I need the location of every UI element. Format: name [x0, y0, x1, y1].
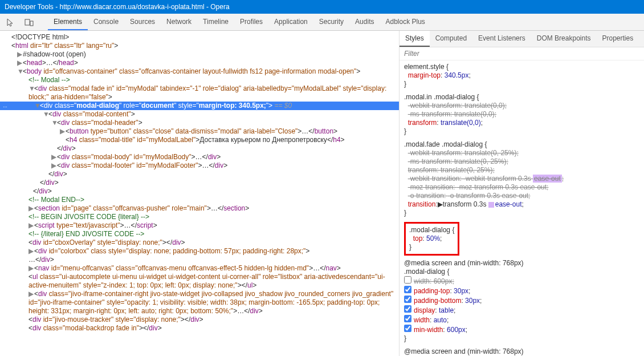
- tab-application[interactable]: Application: [268, 14, 313, 30]
- expand-icon[interactable]: ▶: [51, 161, 57, 170]
- head-tag[interactable]: head: [27, 59, 42, 67]
- tab-elements[interactable]: Elements: [48, 14, 88, 30]
- styles-filter-input[interactable]: [400, 47, 644, 60]
- collapse-icon[interactable]: ▼: [28, 84, 34, 93]
- modal-header-attrs[interactable]: class="modal-header": [72, 119, 138, 127]
- expand-icon[interactable]: ▶: [17, 59, 23, 67]
- property-toggle[interactable]: [404, 286, 411, 293]
- tab-profiles[interactable]: Profiles: [234, 14, 268, 30]
- modal-content-attrs[interactable]: class="modal-content": [63, 110, 131, 118]
- svg-rect-1: [30, 21, 33, 26]
- html-tag[interactable]: html: [15, 42, 28, 50]
- subtab-event-listeners[interactable]: Event Listeners: [472, 31, 531, 47]
- expand-icon[interactable]: ▶: [60, 127, 66, 136]
- comment: <!-- {/literal} END JIVOSITE CODE -->: [28, 230, 144, 238]
- expand-icon[interactable]: ▶: [28, 247, 34, 256]
- tab-console[interactable]: Console: [88, 14, 124, 30]
- subtab-dom-breakpoints[interactable]: DOM Breakpoints: [531, 31, 597, 47]
- expand-icon[interactable]: ▶: [28, 204, 34, 213]
- tab-security[interactable]: Security: [313, 14, 349, 30]
- cbox-attrs[interactable]: id="cboxOverlay" style="display: none;": [43, 238, 162, 246]
- backdrop-attrs[interactable]: class="modal-backdrop fade in": [43, 324, 139, 332]
- devtools-toolbar: Elements Console Sources Network Timelin…: [0, 14, 644, 31]
- expand-icon[interactable]: ▶: [17, 50, 23, 59]
- collapse-icon[interactable]: ▼: [51, 119, 57, 127]
- property-toggle[interactable]: [404, 315, 411, 322]
- body-attrs: id="offcanvas-container" class="offcanva…: [43, 67, 356, 75]
- tab-adblock[interactable]: Adblock Plus: [380, 14, 430, 30]
- subtab-properties[interactable]: Properties: [596, 31, 639, 47]
- tab-sources[interactable]: Sources: [124, 14, 161, 30]
- main-tabs: Elements Console Sources Network Timelin…: [48, 14, 431, 30]
- tab-audits[interactable]: Audits: [349, 14, 380, 30]
- gutter-marker: ...: [0, 102, 10, 110]
- collapse-icon[interactable]: ▼: [43, 110, 48, 119]
- colorbox-attrs[interactable]: id="colorbox" class style="display: none…: [49, 247, 306, 255]
- expand-icon[interactable]: ▶: [28, 221, 34, 230]
- rule-media-1[interactable]: @media screen and (min-width: 768px) .mo…: [404, 259, 639, 343]
- button-attrs[interactable]: type="button" class="close" data-dismiss…: [91, 127, 298, 135]
- subtab-styles[interactable]: Styles: [400, 31, 430, 47]
- property-toggle[interactable]: [404, 305, 411, 313]
- expand-icon[interactable]: ▶: [28, 290, 34, 298]
- script-attrs[interactable]: type="text/javascript": [56, 221, 120, 229]
- inspect-icon[interactable]: [5, 16, 17, 29]
- elements-tree[interactable]: <!DOCTYPE html> <html dir="ltr" class="l…: [0, 31, 399, 356]
- div-modal[interactable]: div: [38, 84, 47, 92]
- h4-attrs[interactable]: class="modal-title" id="myModalLabel": [79, 136, 195, 144]
- selected-node[interactable]: ... ▼<div class="modal-dialog" role="doc…: [0, 102, 399, 110]
- div-modal-attrs: class="modal fade in" id="myModal" tabin…: [28, 84, 386, 101]
- comment: <!-- Modal END-->: [28, 196, 84, 204]
- svg-rect-0: [25, 19, 30, 25]
- comment: <!-- Modal -->: [28, 76, 70, 84]
- tab-timeline[interactable]: Timeline: [197, 14, 234, 30]
- head-close: head: [59, 59, 74, 67]
- ellipsis: …: [46, 59, 53, 67]
- styles-panel: Styles Computed Event Listeners DOM Brea…: [399, 31, 644, 356]
- doctype: <!DOCTYPE html>: [11, 33, 69, 41]
- device-toggle-icon[interactable]: [23, 16, 35, 29]
- easing-swatch-icon[interactable]: [488, 202, 494, 208]
- collapse-icon[interactable]: ▼: [17, 67, 23, 76]
- tab-network[interactable]: Network: [161, 14, 197, 30]
- collapse-icon[interactable]: ▼: [34, 102, 40, 110]
- section-attrs[interactable]: id="page" class="offcanvas-pusher" role=…: [62, 204, 206, 212]
- modal-body-attrs[interactable]: class="modal-body" id="myModalBody": [72, 153, 191, 161]
- modal-footer-attrs[interactable]: class="modal-footer" id="myModalFooter": [72, 161, 198, 169]
- rule-media-2[interactable]: @media screen and (min-width: 768px) .mo…: [404, 347, 639, 356]
- jivo-attrs[interactable]: class="jivo-iframe-container-right jivo-…: [28, 290, 393, 315]
- subtab-computed[interactable]: Computed: [430, 31, 472, 47]
- expand-icon[interactable]: ▶: [51, 153, 57, 161]
- property-toggle[interactable]: [404, 276, 411, 284]
- h4-text: Доставка курьером по Днепропетровску: [199, 136, 327, 144]
- jivo-mouse-attrs[interactable]: id="jivo-mouse-tracker" style="display: …: [43, 315, 181, 323]
- highlighted-rule-box: .modal-dialog { top: 50%;}: [404, 222, 459, 256]
- comment: <!-- BEGIN JIVOSITE CODE {literal} -->: [28, 213, 149, 221]
- rule-modal-fade[interactable]: .modal.fade .modal-dialog { -webkit-tran…: [404, 140, 639, 217]
- shadow-root[interactable]: #shadow-root (open): [23, 50, 86, 58]
- window-titlebar: Developer Tools - http://www.diacar.com.…: [0, 0, 644, 14]
- rule-element-style[interactable]: element.style { margin-top: 340.5px;}: [404, 63, 639, 88]
- sub-tabs: Styles Computed Event Listeners DOM Brea…: [400, 31, 644, 47]
- nav-attrs[interactable]: id="menu-offcanvas" class="offcanvas-men…: [51, 264, 309, 272]
- rule-modal-in[interactable]: .modal.in .modal-dialog { -webkit-transf…: [404, 93, 639, 136]
- html-attrs: dir="ltr" class="ltr" lang="ru": [30, 42, 114, 50]
- body-tag[interactable]: body: [27, 67, 42, 75]
- property-toggle[interactable]: [404, 325, 411, 332]
- property-toggle[interactable]: [404, 296, 411, 303]
- expand-icon[interactable]: ▶: [28, 264, 34, 273]
- ul-attrs[interactable]: class="ui-autocomplete ui-menu ui-widget…: [28, 273, 385, 289]
